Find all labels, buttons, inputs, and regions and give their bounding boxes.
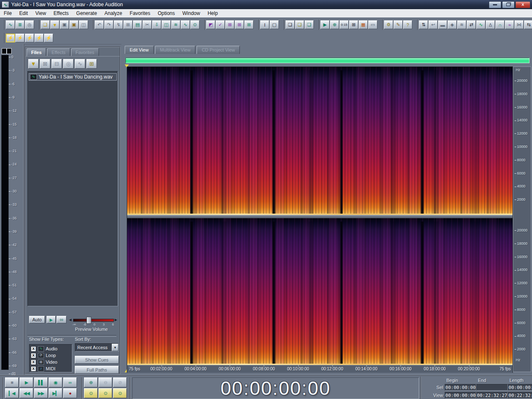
zoom-sel-left-button[interactable]: ⊙ <box>99 388 112 398</box>
restore-button[interactable] <box>502 1 515 8</box>
menu-generate[interactable]: Generate <box>72 10 101 17</box>
go-to-start-button[interactable]: ▎◀ <box>5 388 19 398</box>
spectrogram-left-channel[interactable] <box>127 67 512 215</box>
menu-window[interactable]: Window <box>179 10 204 17</box>
marquee-selection-tool[interactable]: ▢ <box>270 20 279 29</box>
cut-button[interactable]: ✂ <box>143 20 152 29</box>
time-ruler[interactable]: 75 fps 75 fps 00:02:00:0000:04:00:0000:0… <box>127 365 512 373</box>
undo-envelope-button[interactable]: ↩ <box>429 20 438 29</box>
play-list-window-button[interactable]: ❏ <box>305 20 314 29</box>
menu-favorites[interactable]: Favorites <box>126 10 154 17</box>
color-settings-button[interactable]: ▦ <box>359 20 368 29</box>
zoom-out-button[interactable]: ⊖ <box>99 377 112 387</box>
convert-sample-type-button[interactable]: ∿ <box>181 20 190 29</box>
amplify-button[interactable]: ◈ <box>448 20 457 29</box>
find-beats-button[interactable]: ⊙ <box>190 20 200 29</box>
level-meter[interactable] <box>1 55 9 370</box>
import-file-button[interactable]: ▼ <box>28 59 39 69</box>
dynamics-button[interactable]: ⇄ <box>467 20 476 29</box>
blank-window-button[interactable]: ▭ <box>368 20 377 29</box>
stretch-pitch-button[interactable]: ⋈ <box>515 20 524 29</box>
sel-end-field[interactable] <box>476 384 508 391</box>
sort-by-dropdown[interactable]: Recent Access ▼ <box>75 343 119 352</box>
mix-paste-button[interactable]: ≋ <box>171 20 180 29</box>
tab-files[interactable]: Files <box>27 48 46 56</box>
silence-button[interactable]: ▬ <box>438 20 447 29</box>
cue-list-window-button[interactable]: ❏ <box>286 20 295 29</box>
menu-options[interactable]: Options <box>154 10 178 17</box>
slider-left-arrow[interactable]: ◀ <box>69 318 71 322</box>
preview-play-button[interactable]: ▶ <box>47 316 56 323</box>
save-selection-button[interactable]: ◫ <box>79 20 88 29</box>
batch-button[interactable]: ✎ <box>394 20 403 29</box>
menu-analyze[interactable]: Analyze <box>101 10 126 17</box>
stretch-button[interactable]: ⇅ <box>419 20 428 29</box>
filter-button[interactable]: ∩ <box>495 20 505 29</box>
undo-button[interactable]: ↶ <box>95 20 104 29</box>
multitrack-view-button[interactable]: ≣ <box>15 20 25 29</box>
open-file-button[interactable]: ▼ <box>50 20 59 29</box>
go-to-end-button[interactable]: ▶▎ <box>49 388 62 398</box>
menu-help[interactable]: Help <box>204 10 222 17</box>
channel-divider[interactable] <box>127 215 512 218</box>
envelope-button[interactable]: ∿ <box>476 20 485 29</box>
info-window-button[interactable]: ❏ <box>295 20 304 29</box>
spectrogram-right-channel[interactable] <box>127 218 512 365</box>
time-selection-tool[interactable]: I <box>260 20 269 29</box>
dropdown-arrow-icon[interactable]: ▼ <box>112 344 118 351</box>
eq-button[interactable]: ≈ <box>505 20 514 29</box>
tab-multitrack-view[interactable]: Multitrack View <box>155 46 196 54</box>
title-bar[interactable]: ∿ Yaki-Da - I Saw You Dancing.wav - Adob… <box>0 0 532 10</box>
close-file-button[interactable]: ⊠ <box>40 59 50 69</box>
preview-loop-button[interactable]: ∞ <box>57 316 66 323</box>
boundary-snap-button[interactable]: ⊞ <box>235 20 244 29</box>
advanced-options-button[interactable]: ⊞ <box>86 59 97 69</box>
view-length-field[interactable]: 00:22:32:27 <box>508 392 532 399</box>
zoom-sel-right-button[interactable]: ⊙ <box>113 388 127 398</box>
redo-button[interactable]: ↷ <box>104 20 113 29</box>
save-file-button[interactable]: ▣ <box>60 20 69 29</box>
zero-cross-snap-button[interactable]: ⊞ <box>244 20 254 29</box>
sel-length-field[interactable]: 00:00:00:00 <box>508 384 532 391</box>
time-display-panel[interactable]: 00:00:00:00 <box>132 377 419 399</box>
menu-file[interactable]: File <box>0 10 15 17</box>
edit-view-button[interactable]: ∿ <box>6 20 15 29</box>
adjust-sample-rate-button[interactable]: ⊞ <box>123 20 133 29</box>
sel-begin-field[interactable]: 00:00:00:00 <box>445 384 476 391</box>
view-begin-field[interactable]: 00:00:00:00 <box>445 392 476 399</box>
favorite-4-button[interactable]: ⚡ <box>34 34 44 42</box>
zoom-to-selection-button[interactable]: ⊙ <box>84 388 98 398</box>
paste-to-new-button[interactable]: ◫ <box>162 20 171 29</box>
file-list-item[interactable]: ∿Yaki-Da - I Saw You Dancing.wav <box>29 73 117 81</box>
zoom-full-button[interactable]: ⊘ <box>113 377 127 387</box>
help-button[interactable]: ? <box>403 20 412 29</box>
paste-button[interactable]: ⇩ <box>152 20 161 29</box>
menu-view[interactable]: View <box>32 10 50 17</box>
show-cues-button[interactable]: Show Cues <box>75 356 119 364</box>
fast-forward-button[interactable]: ▶▶ <box>34 388 48 398</box>
insert-edit-button[interactable]: ∿ <box>75 59 85 69</box>
auto-play-button[interactable]: Auto <box>29 316 45 323</box>
new-file-button[interactable]: ❑ <box>41 20 50 29</box>
spectrogram-display[interactable]: 75 fps 75 fps 00:02:00:0000:04:00:0000:0… <box>127 66 513 373</box>
tab-favorites[interactable]: Favorites <box>71 48 99 56</box>
favorite-3-button[interactable]: ⚡ <box>25 34 34 42</box>
timecode-display-button[interactable]: 0:15 <box>340 20 349 29</box>
save-as-button[interactable]: ▣ <box>69 20 79 29</box>
checkbox-video[interactable]: X <box>31 360 36 365</box>
view-end-field[interactable]: 00:22:32:27 <box>476 392 508 399</box>
checkbox-midi[interactable]: X <box>31 366 36 372</box>
preview-volume-slider[interactable]: ◀ ▶ <box>69 317 117 323</box>
checkbox-loop[interactable]: X <box>31 353 36 358</box>
enable-preroll-button[interactable]: ✓ <box>216 20 225 29</box>
favorite-2-button[interactable]: ⚡ <box>15 34 25 42</box>
overview-navigator-bar[interactable] <box>126 58 530 63</box>
rewind-button[interactable]: ◀◀ <box>20 388 33 398</box>
stop-button[interactable]: ■ <box>5 377 19 387</box>
record-button[interactable]: ● <box>63 388 77 398</box>
tab-effects[interactable]: Effects <box>47 48 70 56</box>
play-options-button[interactable]: ▶ <box>320 20 330 29</box>
session-properties-button[interactable]: ⊞ <box>349 20 358 29</box>
frequency-ruler[interactable]: Hz20000180001600014000120001000080006000… <box>513 66 531 372</box>
zoom-in-button[interactable]: ⊕ <box>84 377 98 387</box>
